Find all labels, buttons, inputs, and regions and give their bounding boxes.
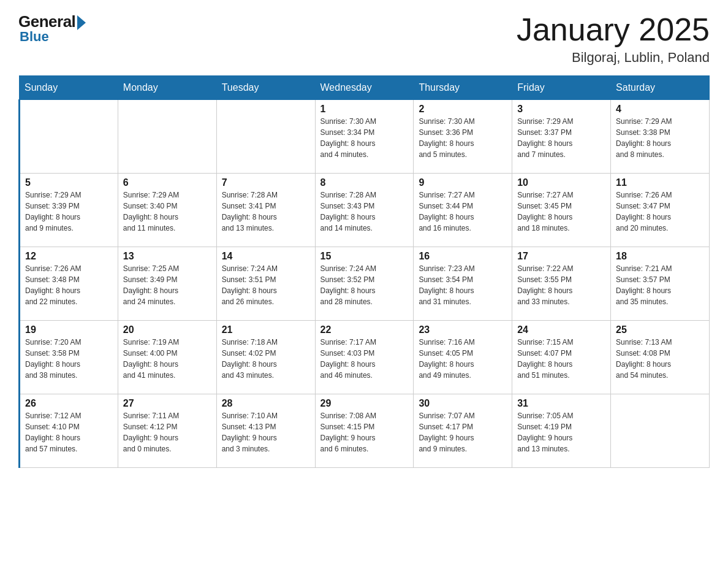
calendar-cell: 13Sunrise: 7:25 AM Sunset: 3:49 PM Dayli… xyxy=(118,247,216,321)
day-number: 28 xyxy=(222,398,310,409)
calendar-cell: 25Sunrise: 7:13 AM Sunset: 4:08 PM Dayli… xyxy=(611,321,710,394)
calendar-cell: 23Sunrise: 7:16 AM Sunset: 4:05 PM Dayli… xyxy=(414,321,512,394)
day-info: Sunrise: 7:23 AM Sunset: 3:54 PM Dayligh… xyxy=(419,263,507,307)
logo: General Blue xyxy=(18,12,86,45)
day-number: 13 xyxy=(123,251,211,262)
logo-blue-text: Blue xyxy=(20,29,49,45)
day-info: Sunrise: 7:08 AM Sunset: 4:15 PM Dayligh… xyxy=(320,410,409,454)
day-info: Sunrise: 7:26 AM Sunset: 3:48 PM Dayligh… xyxy=(25,263,113,307)
header-cell-sunday: Sunday xyxy=(20,76,118,100)
calendar-cell: 31Sunrise: 7:05 AM Sunset: 4:19 PM Dayli… xyxy=(512,394,611,468)
calendar-cell: 29Sunrise: 7:08 AM Sunset: 4:15 PM Dayli… xyxy=(315,394,414,468)
day-number: 9 xyxy=(419,177,507,188)
header-cell-wednesday: Wednesday xyxy=(315,76,414,100)
calendar-body: 1Sunrise: 7:30 AM Sunset: 3:34 PM Daylig… xyxy=(20,100,710,468)
calendar-cell: 17Sunrise: 7:22 AM Sunset: 3:55 PM Dayli… xyxy=(512,247,611,321)
day-number: 16 xyxy=(419,251,507,262)
day-number: 25 xyxy=(616,324,704,335)
day-number: 12 xyxy=(25,251,113,262)
logo-arrow-icon xyxy=(77,15,86,30)
calendar-cell xyxy=(20,100,118,174)
day-number: 22 xyxy=(320,324,409,335)
day-info: Sunrise: 7:21 AM Sunset: 3:57 PM Dayligh… xyxy=(616,263,704,307)
day-number: 10 xyxy=(517,177,605,188)
day-number: 30 xyxy=(419,398,507,409)
day-number: 24 xyxy=(517,324,605,335)
day-number: 29 xyxy=(320,398,409,409)
calendar-cell: 20Sunrise: 7:19 AM Sunset: 4:00 PM Dayli… xyxy=(118,321,216,394)
day-number: 19 xyxy=(25,324,113,335)
week-row-0: 1Sunrise: 7:30 AM Sunset: 3:34 PM Daylig… xyxy=(20,100,710,174)
calendar-cell: 4Sunrise: 7:29 AM Sunset: 3:38 PM Daylig… xyxy=(611,100,710,174)
day-info: Sunrise: 7:18 AM Sunset: 4:02 PM Dayligh… xyxy=(222,337,310,381)
calendar-cell: 8Sunrise: 7:28 AM Sunset: 3:43 PM Daylig… xyxy=(315,174,414,247)
day-number: 26 xyxy=(25,398,113,409)
day-number: 8 xyxy=(320,177,409,188)
calendar-cell: 28Sunrise: 7:10 AM Sunset: 4:13 PM Dayli… xyxy=(216,394,315,468)
day-info: Sunrise: 7:15 AM Sunset: 4:07 PM Dayligh… xyxy=(517,337,605,381)
day-info: Sunrise: 7:17 AM Sunset: 4:03 PM Dayligh… xyxy=(320,337,409,381)
day-info: Sunrise: 7:20 AM Sunset: 3:58 PM Dayligh… xyxy=(25,337,113,381)
day-number: 20 xyxy=(123,324,211,335)
calendar-cell: 24Sunrise: 7:15 AM Sunset: 4:07 PM Dayli… xyxy=(512,321,611,394)
day-info: Sunrise: 7:07 AM Sunset: 4:17 PM Dayligh… xyxy=(419,410,507,454)
calendar-cell xyxy=(611,394,710,468)
day-info: Sunrise: 7:12 AM Sunset: 4:10 PM Dayligh… xyxy=(25,410,113,454)
calendar-cell: 5Sunrise: 7:29 AM Sunset: 3:39 PM Daylig… xyxy=(20,174,118,247)
header-cell-thursday: Thursday xyxy=(414,76,512,100)
calendar-cell: 26Sunrise: 7:12 AM Sunset: 4:10 PM Dayli… xyxy=(20,394,118,468)
calendar-cell: 27Sunrise: 7:11 AM Sunset: 4:12 PM Dayli… xyxy=(118,394,216,468)
calendar-cell: 10Sunrise: 7:27 AM Sunset: 3:45 PM Dayli… xyxy=(512,174,611,247)
header-cell-friday: Friday xyxy=(512,76,611,100)
day-info: Sunrise: 7:28 AM Sunset: 3:43 PM Dayligh… xyxy=(320,190,409,234)
calendar-cell: 9Sunrise: 7:27 AM Sunset: 3:44 PM Daylig… xyxy=(414,174,512,247)
day-info: Sunrise: 7:24 AM Sunset: 3:52 PM Dayligh… xyxy=(320,263,409,307)
day-number: 15 xyxy=(320,251,409,262)
day-number: 31 xyxy=(517,398,605,409)
calendar-cell: 2Sunrise: 7:30 AM Sunset: 3:36 PM Daylig… xyxy=(414,100,512,174)
day-number: 14 xyxy=(222,251,310,262)
calendar-cell: 15Sunrise: 7:24 AM Sunset: 3:52 PM Dayli… xyxy=(315,247,414,321)
calendar-title: January 2025 xyxy=(517,12,710,47)
calendar-table: SundayMondayTuesdayWednesdayThursdayFrid… xyxy=(18,75,710,468)
day-number: 11 xyxy=(616,177,704,188)
day-info: Sunrise: 7:19 AM Sunset: 4:00 PM Dayligh… xyxy=(123,337,211,381)
calendar-subtitle: Bilgoraj, Lublin, Poland xyxy=(517,50,710,66)
calendar-cell: 14Sunrise: 7:24 AM Sunset: 3:51 PM Dayli… xyxy=(216,247,315,321)
day-number: 23 xyxy=(419,324,507,335)
day-number: 21 xyxy=(222,324,310,335)
day-number: 6 xyxy=(123,177,211,188)
day-number: 17 xyxy=(517,251,605,262)
day-number: 5 xyxy=(25,177,113,188)
calendar-header: SundayMondayTuesdayWednesdayThursdayFrid… xyxy=(20,76,710,100)
day-info: Sunrise: 7:26 AM Sunset: 3:47 PM Dayligh… xyxy=(616,190,704,234)
header-row: SundayMondayTuesdayWednesdayThursdayFrid… xyxy=(20,76,710,100)
day-info: Sunrise: 7:29 AM Sunset: 3:37 PM Dayligh… xyxy=(517,116,605,160)
header-cell-saturday: Saturday xyxy=(611,76,710,100)
calendar-cell xyxy=(118,100,216,174)
day-info: Sunrise: 7:30 AM Sunset: 3:36 PM Dayligh… xyxy=(419,116,507,160)
day-info: Sunrise: 7:24 AM Sunset: 3:51 PM Dayligh… xyxy=(222,263,310,307)
calendar-cell: 12Sunrise: 7:26 AM Sunset: 3:48 PM Dayli… xyxy=(20,247,118,321)
week-row-1: 5Sunrise: 7:29 AM Sunset: 3:39 PM Daylig… xyxy=(20,174,710,247)
calendar-cell xyxy=(216,100,315,174)
day-info: Sunrise: 7:28 AM Sunset: 3:41 PM Dayligh… xyxy=(222,190,310,234)
day-info: Sunrise: 7:29 AM Sunset: 3:40 PM Dayligh… xyxy=(123,190,211,234)
calendar-title-area: January 2025 Bilgoraj, Lublin, Poland xyxy=(517,12,710,66)
header-cell-tuesday: Tuesday xyxy=(216,76,315,100)
day-number: 7 xyxy=(222,177,310,188)
day-info: Sunrise: 7:16 AM Sunset: 4:05 PM Dayligh… xyxy=(419,337,507,381)
calendar-cell: 7Sunrise: 7:28 AM Sunset: 3:41 PM Daylig… xyxy=(216,174,315,247)
day-number: 27 xyxy=(123,398,211,409)
day-info: Sunrise: 7:11 AM Sunset: 4:12 PM Dayligh… xyxy=(123,410,211,454)
day-info: Sunrise: 7:25 AM Sunset: 3:49 PM Dayligh… xyxy=(123,263,211,307)
calendar-cell: 18Sunrise: 7:21 AM Sunset: 3:57 PM Dayli… xyxy=(611,247,710,321)
day-info: Sunrise: 7:29 AM Sunset: 3:38 PM Dayligh… xyxy=(616,116,704,160)
week-row-4: 26Sunrise: 7:12 AM Sunset: 4:10 PM Dayli… xyxy=(20,394,710,468)
day-number: 1 xyxy=(320,104,409,115)
day-info: Sunrise: 7:10 AM Sunset: 4:13 PM Dayligh… xyxy=(222,410,310,454)
day-info: Sunrise: 7:27 AM Sunset: 3:44 PM Dayligh… xyxy=(419,190,507,234)
calendar-cell: 11Sunrise: 7:26 AM Sunset: 3:47 PM Dayli… xyxy=(611,174,710,247)
calendar-cell: 3Sunrise: 7:29 AM Sunset: 3:37 PM Daylig… xyxy=(512,100,611,174)
day-number: 18 xyxy=(616,251,704,262)
